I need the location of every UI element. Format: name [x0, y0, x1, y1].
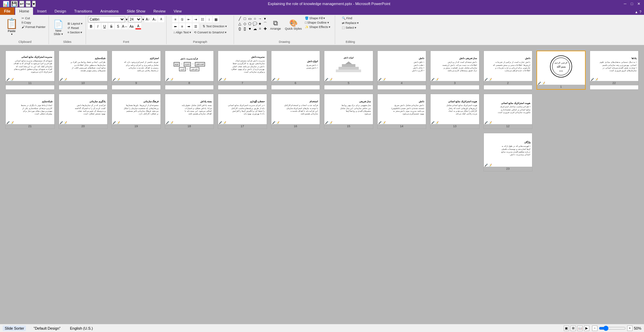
slide-panel[interactable]: مدیریت استراتژیک منابع انسانی شیوه‌ای که…: [0, 45, 644, 324]
font-color-button[interactable]: A: [135, 23, 141, 29]
shape-diamond[interactable]: ◇: [242, 21, 247, 26]
new-slide-button[interactable]: 📄 NewSlide ▾: [51, 18, 66, 38]
minimize-ribbon-icon[interactable]: ▲: [635, 10, 638, 14]
shape-cloud[interactable]: ☁: [253, 26, 257, 31]
tab-view[interactable]: View: [170, 7, 186, 15]
shape-effects-button[interactable]: ✨ Shape Effects ▾: [304, 25, 331, 29]
slide-thumb-7[interactable]: مدیریت دانش مدیریت دانش فرآیند منسجم ایج…: [218, 51, 267, 90]
help-icon[interactable]: ?: [639, 10, 641, 14]
section-button[interactable]: ≡ Section ▾: [66, 30, 84, 34]
slide-thumb-23[interactable]: واژگان • فهرست‌هایی که در طول ارائه به آ…: [484, 133, 533, 171]
shape-fill-button[interactable]: 🪣 Shape Fill ▾: [304, 16, 331, 20]
slide-thumb-14[interactable]: دانش دانش سازمانی شامل دانش صریح (مستند …: [377, 94, 427, 129]
shape-cross[interactable]: ✚: [263, 26, 267, 31]
increase-indent-button[interactable]: ⇥: [193, 16, 199, 22]
shape-line[interactable]: ╱: [237, 16, 242, 21]
slide-thumb-12[interactable]: هویت استراتژیک منابع انسانی • طراحی مناس…: [484, 94, 533, 129]
tab-slideshow[interactable]: Slide Show: [123, 7, 149, 15]
tab-review[interactable]: Review: [149, 7, 170, 15]
align-left-button[interactable]: ⬅: [172, 23, 178, 29]
slide-thumb-1[interactable]: بسم الله الرحمن الرحیم ♦ ♦ ♦ 🎤 📝 1: [536, 51, 586, 90]
zoom-slider[interactable]: [599, 326, 626, 331]
add-remove-cols-button[interactable]: ☷: [199, 16, 205, 22]
slideshow-view-button[interactable]: ▶: [584, 326, 589, 331]
replace-button[interactable]: ⇄ Replace ▾: [341, 21, 360, 25]
slide-thumb-22[interactable]: یاداها • به دنبال دستیابی به هدف‌های بنی…: [590, 51, 639, 90]
shape-more[interactable]: ▾: [263, 16, 267, 21]
slide-thumb-3[interactable]: مدل تعریفی دانش دانش نتیجه‌ای است که از …: [430, 51, 479, 90]
shape-callout[interactable]: 💬: [253, 21, 257, 26]
tab-file[interactable]: File: [0, 7, 14, 15]
zoom-out-button[interactable]: −: [592, 326, 597, 331]
tab-insert[interactable]: Insert: [33, 7, 51, 15]
save-button[interactable]: 💾: [11, 1, 18, 7]
bullets-button[interactable]: ≡: [172, 16, 178, 22]
slide-thumb-15[interactable]: مدل تعریفی مدل مفهومی برای درک بهتر رواب…: [324, 94, 373, 129]
slide-thumb-17[interactable]: حفظ و نگهداری • در اجرای مدیریت استراتژی…: [218, 94, 267, 129]
quick-styles-button[interactable]: 🎨 Quick Styles: [284, 16, 303, 33]
shape-roundrect[interactable]: ▭: [247, 16, 252, 21]
minimize-button[interactable]: ─: [622, 1, 628, 6]
slide-thumb-8[interactable]: فرآیند مدیریت دانش کسب دانش → ذخیره → تو…: [165, 51, 214, 90]
shape-bracket[interactable]: []: [242, 26, 247, 31]
tab-home[interactable]: Home: [15, 7, 33, 15]
paste-button[interactable]: 📋 Paste ▾: [3, 16, 20, 40]
status-language[interactable]: English (U.S.): [68, 326, 95, 331]
columns-button[interactable]: ▦: [213, 16, 219, 22]
normal-view-button[interactable]: ▣: [564, 326, 569, 331]
status-slide-sorter[interactable]: Slide Sorter: [3, 326, 26, 331]
slide-thumb-11[interactable]: مدیریت استراتژیک منابع انسانی شیوه‌ای که…: [5, 51, 55, 90]
justify-button[interactable]: ☰: [193, 23, 199, 29]
italic-button[interactable]: I: [95, 23, 101, 29]
shape-heart[interactable]: ♥: [247, 26, 252, 31]
cut-button[interactable]: ✂ Cut: [21, 16, 47, 20]
arrange-button[interactable]: ⧉ Arrange: [268, 16, 283, 33]
slide-thumb-19[interactable]: فرهنگ سازمانی مجموعه‌ای از ارزش‌ها، باور…: [112, 94, 161, 129]
maximize-button[interactable]: □: [629, 1, 635, 6]
slide-thumb-13[interactable]: هویت استراتژیک منابع انسانی هویت استراتژ…: [430, 94, 479, 129]
decrease-font-size-button[interactable]: A↓: [151, 16, 157, 22]
layout-button[interactable]: ⊞ Layout ▾: [66, 22, 84, 26]
tab-transitions[interactable]: Transitions: [70, 7, 96, 15]
undo-button[interactable]: ↩: [19, 1, 24, 7]
slide-thumb-16[interactable]: استخدام فرآیند جذب، انتخاب و استخدام کار…: [271, 94, 320, 129]
font-size-select[interactable]: 24 12 18 36: [128, 16, 142, 22]
select-button[interactable]: ⬚ Select ▾: [341, 26, 357, 30]
shape-equal[interactable]: =: [258, 26, 262, 31]
slide-thumb-5[interactable]: انواع دانش 🎤 📝 5: [324, 51, 373, 90]
numbering-button[interactable]: ①: [179, 16, 185, 22]
format-painter-button[interactable]: 🖌 Format Painter: [21, 25, 47, 29]
shape-star[interactable]: ★: [258, 21, 262, 26]
shape-outline-button[interactable]: □ Shape Outline ▾: [304, 21, 331, 25]
close-button[interactable]: ✕: [636, 1, 641, 6]
increase-font-size-button[interactable]: A↑: [145, 16, 151, 22]
zoom-in-button[interactable]: +: [627, 326, 633, 331]
align-right-button[interactable]: ➡: [186, 23, 192, 29]
slide-thumb-21[interactable]: شبکه‌سازی ایجاد ارتباط موثر با دیگران در…: [5, 94, 55, 129]
slide-sorter-view-button[interactable]: ⊞: [570, 326, 576, 331]
slide-thumb-6[interactable]: انواع دانش • دانش صریح • دانش ضمنی 🎤 📝 6: [271, 51, 320, 90]
font-family-select[interactable]: Calibri Arial Times New Roman: [88, 16, 125, 22]
shape-arrow[interactable]: →: [258, 16, 262, 21]
char-spacing-button[interactable]: A↔: [122, 23, 128, 29]
shape-oval[interactable]: ○: [253, 16, 257, 21]
clear-formatting-button[interactable]: Ａ: [158, 16, 164, 22]
reading-view-button[interactable]: 📖: [577, 326, 583, 331]
copy-button[interactable]: ⎘ Copy: [21, 21, 47, 25]
slide-thumb-10[interactable]: شبکه‌سازی طراحی، ایجاد و حفظ روابط بین ا…: [59, 51, 108, 90]
customize-quick-access-button[interactable]: ▾: [32, 1, 36, 7]
convert-smartart-button[interactable]: ⟲ Convert to SmartArt ▾: [193, 30, 228, 34]
tab-design[interactable]: Design: [51, 7, 70, 15]
bold-button[interactable]: B: [88, 23, 94, 29]
shape-pentagon[interactable]: ⬠: [247, 21, 252, 26]
text-direction-button[interactable]: ⇅ Text Direction ▾: [202, 24, 228, 28]
text-shadow-button[interactable]: S: [115, 23, 121, 29]
slide-thumb-20[interactable]: یادگیری سازمانی فرآیندی که در آن سازمان‌…: [59, 94, 108, 129]
underline-button[interactable]: U: [101, 23, 108, 29]
find-button[interactable]: 🔍 Find: [341, 16, 353, 20]
strikethrough-button[interactable]: S: [108, 23, 114, 29]
change-case-button[interactable]: Aa: [128, 23, 135, 29]
slide-thumb-9[interactable]: استراتژی تعریف جامعی از استراتژی وجود دا…: [112, 51, 161, 90]
reset-button[interactable]: ↺ Reset: [66, 26, 84, 30]
status-design[interactable]: "Default Design": [31, 326, 62, 331]
